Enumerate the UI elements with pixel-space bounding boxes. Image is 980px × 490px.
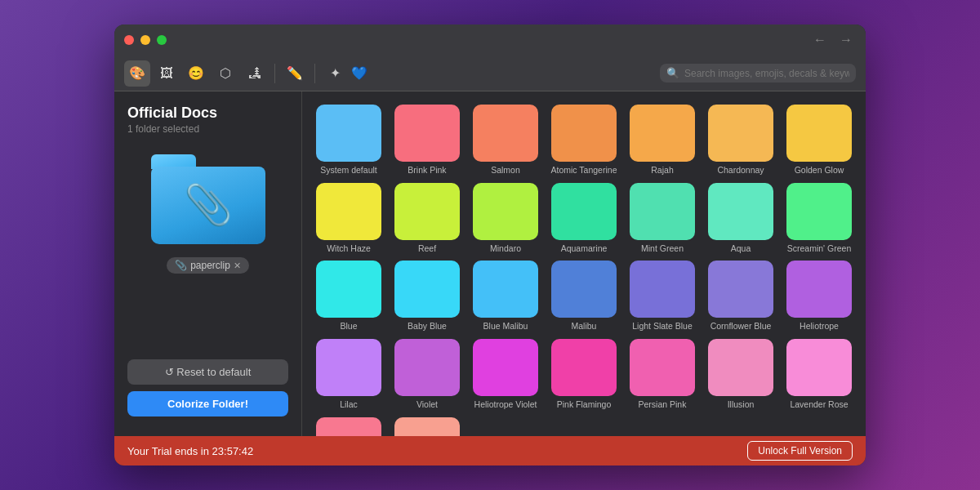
color-name: Baby Blue — [408, 321, 447, 332]
color-item[interactable]: color30 — [390, 417, 464, 436]
unlock-button[interactable]: Unlock Full Version — [747, 441, 853, 461]
color-swatch — [473, 261, 538, 318]
color-item[interactable]: Heliotrope — [782, 261, 856, 332]
color-panel: System defaultBrink PinkSalmonAtomic Tan… — [302, 91, 866, 436]
color-item[interactable]: Witch Haze — [312, 183, 385, 255]
minimize-button[interactable] — [140, 35, 150, 45]
color-item[interactable]: Brink Pink — [390, 105, 464, 176]
color-swatch — [394, 417, 460, 436]
color-name: Mindaro — [490, 243, 521, 255]
color-swatch — [630, 105, 695, 162]
color-item[interactable]: Lavender Rose — [782, 339, 856, 411]
color-name: Atomic Tangerine — [551, 165, 617, 176]
color-item[interactable]: Blue — [312, 261, 385, 332]
color-item[interactable]: Violet — [390, 339, 464, 411]
trial-text: Your Trial ends in 23:57:42 — [127, 445, 253, 457]
divider2 — [314, 64, 315, 83]
color-item[interactable]: color29 — [312, 417, 385, 436]
color-swatch — [473, 105, 538, 162]
color-item[interactable]: Illusion — [704, 339, 777, 411]
color-name: Malibu — [572, 321, 597, 332]
color-item[interactable]: Golden Glow — [782, 105, 856, 176]
color-swatch — [708, 261, 773, 318]
color-item[interactable]: Lilac — [312, 339, 385, 411]
reset-button[interactable]: ↺ Reset to default — [127, 359, 288, 385]
search-input[interactable] — [684, 68, 849, 79]
color-grid: System defaultBrink PinkSalmonAtomic Tan… — [312, 105, 856, 436]
color-item[interactable]: Blue Malibu — [469, 261, 542, 332]
color-name: Persian Pink — [639, 399, 687, 411]
color-swatch — [316, 339, 381, 396]
color-item[interactable]: Pink Flamingo — [547, 339, 621, 411]
search-bar[interactable]: 🔍 — [660, 64, 856, 82]
tag-remove-button[interactable]: ✕ — [234, 261, 241, 271]
color-name: Blue Malibu — [483, 321, 528, 332]
color-item[interactable]: Rajah — [626, 105, 699, 176]
color-swatch — [786, 339, 852, 396]
color-swatch — [708, 339, 773, 396]
divider1 — [274, 64, 275, 83]
color-name: Aquamarine — [561, 243, 608, 255]
image-icon[interactable]: 🏞 — [242, 60, 268, 87]
sparkle-icon[interactable]: ✦ — [322, 60, 348, 87]
sidebar: Official Docs 1 folder selected 📎 📎 pape… — [114, 91, 302, 436]
color-item[interactable]: Chardonnay — [704, 105, 777, 176]
shape-icon[interactable]: ⬡ — [212, 60, 238, 87]
back-button[interactable]: ← — [810, 31, 830, 49]
color-item[interactable]: Light Slate Blue — [626, 261, 699, 332]
color-name: Salmon — [491, 165, 520, 176]
color-name: Mint Green — [641, 243, 684, 255]
color-name: Violet — [416, 399, 438, 411]
color-name: Rajah — [651, 165, 673, 176]
color-item[interactable]: Malibu — [547, 261, 621, 332]
color-name: Screamin' Green — [787, 243, 851, 255]
heart-icon: 💙 — [351, 65, 368, 81]
color-name: Pink Flamingo — [557, 399, 612, 411]
folder-subtitle: 1 folder selected — [127, 123, 199, 135]
color-swatch — [786, 105, 852, 162]
palette-icon[interactable]: 🎨 — [124, 60, 150, 87]
color-swatch — [786, 183, 852, 240]
color-item[interactable]: Salmon — [469, 105, 542, 176]
colorize-button[interactable]: Colorize Folder! — [127, 391, 288, 416]
color-name: Reef — [418, 243, 436, 255]
color-item[interactable]: Reef — [390, 183, 464, 255]
color-item[interactable]: Aquamarine — [547, 183, 621, 255]
color-item[interactable]: Mint Green — [626, 183, 699, 255]
search-icon: 🔍 — [666, 67, 679, 79]
color-name: Illusion — [728, 399, 755, 411]
tag-row: 📎 paperclip ✕ — [167, 257, 249, 274]
color-swatch — [551, 183, 617, 240]
color-swatch — [630, 261, 695, 318]
color-name: Heliotrope Violet — [474, 399, 537, 411]
color-name: Lavender Rose — [790, 399, 848, 411]
forward-button[interactable]: → — [836, 31, 856, 49]
photo-icon[interactable]: 🖼 — [154, 60, 180, 87]
close-button[interactable] — [124, 35, 134, 45]
color-item[interactable]: Aqua — [704, 183, 777, 255]
color-item[interactable]: Atomic Tangerine — [547, 105, 621, 176]
paperclip-icon: 📎 — [175, 260, 187, 271]
color-item[interactable]: Persian Pink — [626, 339, 699, 411]
color-swatch — [708, 183, 773, 240]
color-name: Aqua — [731, 243, 751, 255]
color-item[interactable]: System default — [312, 105, 385, 176]
color-swatch — [630, 339, 695, 396]
color-swatch — [394, 261, 460, 318]
color-item[interactable]: Heliotrope Violet — [469, 339, 542, 411]
emoji-icon[interactable]: 😊 — [183, 60, 209, 87]
color-item[interactable]: Baby Blue — [390, 261, 464, 332]
color-item[interactable]: Screamin' Green — [782, 183, 856, 255]
maximize-button[interactable] — [157, 35, 167, 45]
color-name: Cornflower Blue — [710, 321, 772, 332]
color-swatch — [316, 261, 381, 318]
folder-body: 📎 — [151, 167, 265, 244]
color-name: Golden Glow — [795, 165, 844, 176]
color-swatch — [394, 339, 460, 396]
color-item[interactable]: Cornflower Blue — [704, 261, 777, 332]
eyedropper-icon[interactable]: ✏️ — [282, 60, 308, 87]
status-bar: Your Trial ends in 23:57:42 Unlock Full … — [114, 436, 866, 466]
color-item[interactable]: Mindaro — [469, 183, 542, 255]
color-swatch — [551, 105, 617, 162]
color-swatch — [551, 339, 617, 396]
